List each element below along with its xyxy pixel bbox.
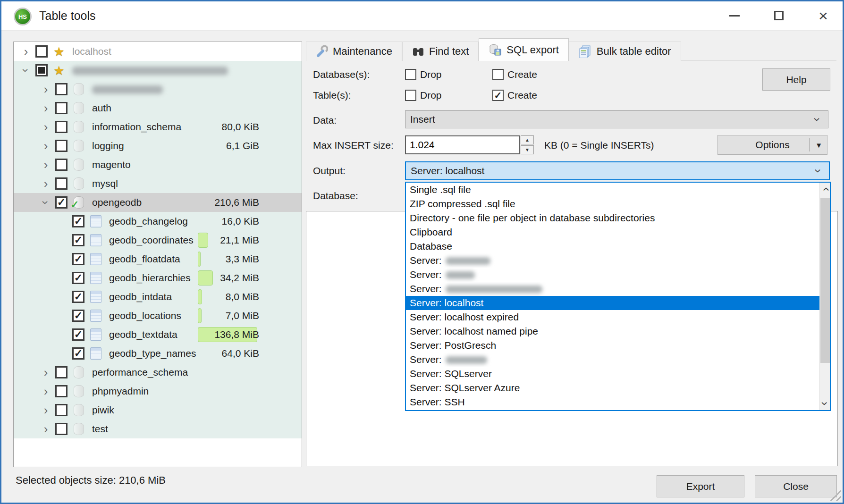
tables-drop-checkbox[interactable]: Drop [405,90,442,101]
dropdown-item[interactable]: Server: localhost [406,296,819,310]
tree-item-label: geodb_changelog [109,216,188,227]
expand-arrow-icon[interactable]: › [39,159,52,171]
dropdown-item[interactable]: Server: [406,268,819,282]
checkbox[interactable] [55,159,68,171]
dropdown-item[interactable]: Server: [406,353,819,367]
tree-row[interactable]: ›information_schema80,0 KiB [14,118,302,136]
tree-row[interactable]: ✓geodb_coordinates21,1 MiB [14,231,302,250]
scroll-up-button[interactable]: › [820,183,830,196]
export-button[interactable]: Export [657,475,744,497]
expand-arrow-icon[interactable]: › [39,83,52,95]
expand-arrow-icon[interactable]: › [39,102,52,114]
tree-row[interactable]: ✓geodb_hierarchies34,2 MiB [14,269,302,287]
checkbox[interactable] [55,140,68,152]
size-cell: 210,6 MiB [198,195,260,210]
checkbox[interactable] [55,83,68,95]
tree-row[interactable]: ›performance_schema [14,363,302,382]
checkbox[interactable]: ✓ [72,347,84,360]
expand-arrow-icon[interactable]: › [39,423,52,435]
expand-arrow-icon[interactable]: › [19,45,33,58]
tree-row[interactable]: ›phpmyadmin [14,382,302,401]
tree-row[interactable]: ✓geodb_intdata8,0 MiB [14,287,302,306]
tree-item-label: logging [92,140,124,151]
checkbox[interactable] [55,177,68,190]
dropdown-item[interactable]: Server: localhost expired [406,310,819,324]
close-window-button[interactable]: × [812,6,834,25]
maximize-button[interactable] [768,6,790,25]
expand-arrow-icon[interactable]: › [39,121,52,133]
checkbox[interactable]: ✓ [72,253,84,265]
tree-row[interactable]: ›★ [14,61,302,80]
dropdown-item[interactable]: Server: SSH [406,395,819,409]
minimize-button[interactable] [724,6,745,25]
tree-row[interactable]: ✓geodb_textdata136,8 MiB [14,325,302,344]
options-button[interactable]: Options ▼ [717,135,827,155]
checkbox[interactable]: ✓ [72,272,84,284]
checkbox[interactable]: ✓ [72,291,84,303]
databases-create-checkbox[interactable]: Create [492,69,537,80]
tree-row[interactable]: ›magento [14,155,302,174]
checkbox[interactable] [55,121,68,133]
scroll-down-button[interactable]: › [820,397,830,410]
checkbox[interactable]: ✓ [72,328,84,341]
dropdown-item[interactable]: Clipboard [406,225,819,239]
dropdown-item[interactable]: Server: SQLserver [406,367,819,381]
checkbox[interactable] [55,404,68,416]
expand-arrow-icon[interactable]: › [39,177,52,190]
dropdown-item[interactable]: Server: [406,253,819,268]
tree-row[interactable]: ›auth [14,99,302,118]
tab-bulk-table-editor[interactable]: Bulk table editor [569,42,681,61]
stepper-up-button[interactable]: ▲ [521,135,534,144]
checkbox[interactable] [55,102,68,114]
dropdown-item[interactable]: ZIP compressed .sql file [406,197,819,211]
expand-arrow-icon[interactable]: › [20,64,32,77]
dropdown-item[interactable]: Directory - one file per object in datab… [406,211,819,225]
expand-arrow-icon[interactable]: › [39,366,52,378]
help-button[interactable]: Help [762,68,830,91]
dropdown-item[interactable]: Single .sql file [406,183,819,197]
dropdown-item[interactable]: Server: PostGresch [406,338,819,353]
data-mode-select[interactable]: Insert › [405,110,828,128]
expand-arrow-icon[interactable]: › [40,196,52,209]
checkbox[interactable] [55,366,68,378]
output-select[interactable]: Server: localhost › [405,161,830,180]
checkbox[interactable]: ✓ [72,310,84,322]
max-insert-size-input[interactable] [405,135,520,154]
tree-row[interactable]: ›✓✓opengeodb210,6 MiB [14,193,302,212]
tree-row[interactable]: ✓geodb_changelog16,0 KiB [14,212,302,231]
stepper-down-button[interactable]: ▼ [521,145,534,154]
dropdown-item[interactable]: Server: SQLserver Azure [406,381,819,395]
tree-row[interactable]: ✓geodb_type_names64,0 KiB [14,344,302,363]
tree-row[interactable]: ›★localhost [14,42,302,61]
dropdown-item[interactable]: Server: localhost named pipe [406,324,819,338]
tables-create-checkbox[interactable]: ✓ Create [492,90,537,101]
bulk-table-editor-icon [579,45,592,58]
tab-maintenance[interactable]: Maintenance [306,42,402,61]
checkbox[interactable] [35,45,48,58]
tree-row[interactable]: ✓geodb_floatdata3,3 MiB [14,250,302,269]
tree-row[interactable]: ›piwik [14,401,302,420]
databases-drop-checkbox[interactable]: Drop [405,69,442,80]
options-dropdown-arrow-icon[interactable]: ▼ [815,141,822,149]
tree-row[interactable]: › [14,80,302,99]
expand-arrow-icon[interactable]: › [39,140,52,152]
tree-row[interactable]: ✓geodb_locations7,0 MiB [14,306,302,325]
scrollbar-thumb[interactable] [820,198,830,363]
tab-find-text[interactable]: Find text [402,42,479,61]
close-button[interactable]: Close [755,475,837,497]
checkbox[interactable]: ✓ [55,196,68,209]
tree-row[interactable]: ›mysql [14,174,302,193]
dropdown-item[interactable]: Database [406,239,819,253]
checkbox[interactable] [55,385,68,397]
dropdown-scrollbar[interactable]: › › [819,183,830,410]
checkbox[interactable] [55,423,68,435]
checkbox[interactable] [35,64,48,76]
tree-row[interactable]: ›logging6,1 GiB [14,136,302,155]
tab-sql-export[interactable]: SQL export [479,38,568,61]
expand-arrow-icon[interactable]: › [39,404,52,416]
tree-row[interactable]: ›test [14,420,302,438]
expand-arrow-icon[interactable]: › [39,385,52,397]
dropdown-item[interactable]: Server: [406,282,819,296]
checkbox[interactable]: ✓ [72,215,84,227]
checkbox[interactable]: ✓ [72,234,84,246]
